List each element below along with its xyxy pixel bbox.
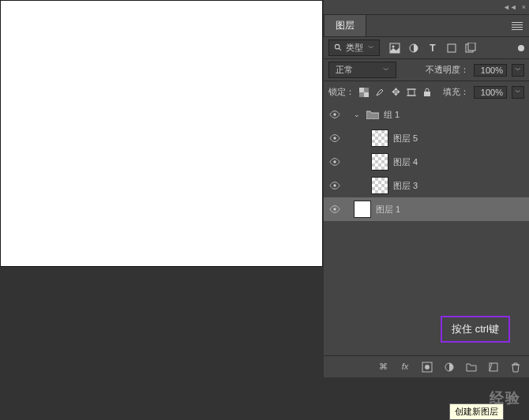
caret-icon: ﹀ [368, 43, 374, 52]
layers-empty-area[interactable]: 按住 ctrl键 [324, 221, 529, 355]
svg-rect-14 [424, 92, 430, 96]
filter-row: 类型 ﹀ T [324, 36, 529, 58]
blend-row: 正常 ﹀ 不透明度： 100% ﹀ [324, 58, 529, 81]
panel-menu-icon[interactable] [512, 22, 523, 30]
layer-name[interactable]: 图层 1 [376, 204, 400, 216]
layer-row[interactable]: ⌄组 1 [324, 103, 529, 126]
caret-icon: ﹀ [383, 66, 389, 74]
filter-pixel-icon[interactable] [389, 43, 400, 54]
layer-name[interactable]: 图层 5 [393, 133, 418, 144]
lock-row: 锁定： ✥ 填充： 100% ﹀ [324, 81, 529, 103]
layer-content: 图层 1 [346, 201, 400, 218]
visibility-toggle[interactable] [324, 181, 346, 190]
lock-icons: ✥ [359, 88, 432, 97]
opacity-caret[interactable]: ﹀ [512, 64, 524, 77]
layer-content: 图层 4 [346, 153, 418, 171]
fill-input[interactable]: 100% [474, 86, 507, 99]
layer-thumbnail[interactable] [371, 177, 388, 194]
layers-panel: ◄◄ × 图层 类型 ﹀ T 正常 ﹀ 不透明度： 100% ﹀ 锁定： [324, 0, 529, 377]
svg-point-17 [333, 160, 336, 163]
filter-adjust-icon[interactable] [408, 43, 419, 54]
link-icon[interactable]: ⌘ [377, 362, 388, 373]
layer-name[interactable]: 图层 3 [393, 180, 418, 192]
filter-type-icon[interactable]: T [427, 43, 438, 54]
svg-rect-5 [448, 44, 456, 52]
layer-row[interactable]: 图层 5 [324, 126, 529, 150]
layer-thumbnail[interactable] [371, 153, 388, 171]
collapse-icon[interactable]: ◄◄ [503, 3, 517, 11]
panel-tabs: 图层 [324, 14, 529, 36]
filter-smart-icon[interactable] [465, 43, 476, 54]
lock-all-icon[interactable] [422, 88, 432, 97]
watermark: 经验 [490, 388, 521, 407]
mask-icon[interactable] [422, 362, 433, 373]
layer-row[interactable]: 图层 4 [324, 150, 529, 174]
svg-rect-9 [359, 88, 364, 92]
fill-caret[interactable]: ﹀ [512, 86, 524, 99]
svg-point-16 [333, 137, 336, 140]
visibility-toggle[interactable] [324, 133, 346, 143]
tab-layers[interactable]: 图层 [324, 15, 366, 36]
visibility-toggle[interactable] [324, 157, 346, 167]
canvas[interactable] [0, 0, 323, 267]
layer-content: 图层 5 [346, 129, 418, 147]
svg-point-0 [335, 44, 340, 49]
opacity-label: 不透明度： [426, 64, 469, 76]
blend-mode-select[interactable]: 正常 ﹀ [328, 62, 396, 78]
lock-brush-icon[interactable] [375, 88, 385, 97]
group-icon[interactable] [466, 362, 477, 373]
layer-row[interactable]: 图层 3 [324, 174, 529, 197]
svg-point-3 [392, 45, 395, 47]
close-icon[interactable]: × [522, 3, 526, 11]
filter-icons: T [389, 43, 476, 54]
layer-thumbnail[interactable] [371, 129, 388, 147]
svg-point-19 [333, 208, 336, 211]
layer-content: 图层 3 [346, 177, 418, 194]
fill-label: 填充： [443, 86, 469, 98]
layer-row[interactable]: 图层 1 [324, 197, 529, 221]
svg-rect-10 [364, 92, 369, 97]
layer-content: ⌄组 1 [346, 109, 400, 121]
svg-rect-11 [408, 89, 415, 96]
expand-arrow[interactable]: ⌄ [354, 111, 360, 118]
filter-type-label: 类型 [346, 42, 363, 54]
visibility-toggle[interactable] [324, 204, 346, 214]
layer-name[interactable]: 组 1 [384, 109, 400, 121]
lock-trans-icon[interactable] [359, 88, 369, 97]
layer-name[interactable]: 图层 4 [393, 156, 418, 168]
filter-shape-icon[interactable] [446, 43, 457, 54]
blend-mode-label: 正常 [336, 64, 353, 76]
lock-move-icon[interactable]: ✥ [391, 88, 400, 97]
lock-label: 锁定： [328, 86, 355, 98]
svg-rect-7 [468, 43, 475, 51]
filter-type-select[interactable]: 类型 ﹀ [328, 39, 380, 56]
trash-icon[interactable] [510, 362, 521, 373]
new-layer-icon[interactable] [488, 362, 499, 373]
filter-toggle[interactable] [518, 45, 524, 51]
svg-point-15 [333, 113, 336, 116]
layers-list: ⌄组 1图层 5图层 4图层 3图层 1 [324, 103, 529, 221]
panel-bottom-bar: ⌘ fx [324, 355, 529, 377]
visibility-toggle[interactable] [324, 110, 346, 119]
hint-box: 按住 ctrl键 [441, 316, 510, 343]
fx-icon[interactable]: fx [400, 362, 411, 373]
panel-titlebar: ◄◄ × [324, 0, 529, 14]
adjustment-icon[interactable] [444, 362, 455, 373]
svg-point-21 [425, 365, 430, 369]
layer-thumbnail[interactable] [354, 201, 371, 218]
svg-point-18 [333, 184, 336, 187]
svg-line-1 [339, 48, 341, 51]
lock-artboard-icon[interactable] [407, 88, 416, 97]
opacity-input[interactable]: 100% [474, 64, 507, 77]
